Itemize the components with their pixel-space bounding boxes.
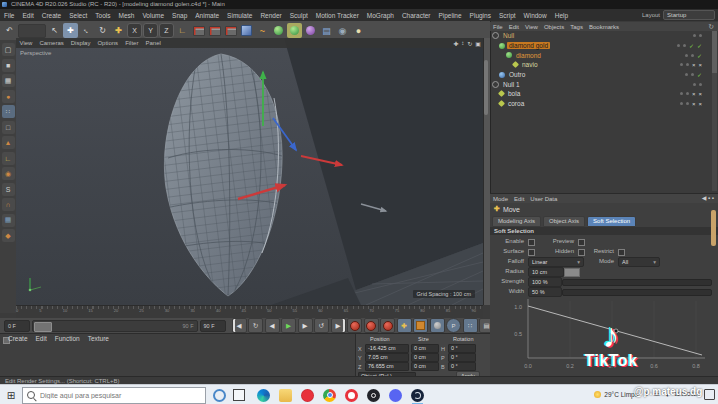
menu-pipeline[interactable]: Pipeline <box>434 12 465 19</box>
object-row-bola[interactable]: bola×× <box>490 89 712 99</box>
transport-goto-start[interactable]: ◀ <box>232 318 247 333</box>
object-row-null[interactable]: Null <box>490 31 712 41</box>
toolbar-add-generator[interactable] <box>287 23 302 38</box>
menu-mograph[interactable]: MoGraph <box>363 12 398 19</box>
palette-magnet-tool[interactable]: ∩ <box>2 198 15 211</box>
dot-tag[interactable] <box>691 54 694 57</box>
toolbar-add-camera[interactable]: ◉ <box>335 23 350 38</box>
viewport-nav-zoom-view[interactable]: ↕ <box>461 40 464 46</box>
palette-polygons-mode[interactable]: ▲ <box>2 136 15 149</box>
dot-tag[interactable] <box>677 44 680 47</box>
palette-enable-axis[interactable]: ∟ <box>2 152 15 165</box>
preview-checkbox[interactable] <box>578 239 585 246</box>
viewport-menu-filter[interactable]: Filter <box>122 40 142 46</box>
palette-make-editable[interactable]: ▢ <box>2 43 15 56</box>
toolbar-rotate-tool[interactable]: ↻ <box>95 23 110 38</box>
coord-x-position[interactable]: -16.425 cm <box>365 344 409 353</box>
object-name[interactable]: navio <box>520 61 540 68</box>
search-input[interactable] <box>38 391 192 400</box>
am-menu-user-data[interactable]: User Data <box>527 196 560 202</box>
menu-character[interactable]: Character <box>398 12 435 19</box>
am-history-arrows[interactable]: ◀ ▪ ▪ <box>702 194 714 203</box>
transport-key-scale[interactable] <box>413 318 428 333</box>
object-row-outro[interactable]: Outro✓ <box>490 70 712 80</box>
viewport-nav-toggle-view[interactable]: ▣ <box>475 40 481 47</box>
object-name[interactable]: diamond <box>514 52 543 59</box>
om-refresh-icon[interactable]: ↻ <box>708 22 714 31</box>
object-row-coroa[interactable]: coroa×× <box>490 99 712 109</box>
toolbar-live-selection[interactable]: ↖ <box>47 23 62 38</box>
menu-snap[interactable]: Snap <box>168 12 191 19</box>
om-menu-bookmarks[interactable]: Bookmarks <box>586 24 622 30</box>
check-tag[interactable]: ✓ <box>697 71 702 78</box>
timeline-slider[interactable]: 90 F <box>32 320 198 332</box>
coord-z-position[interactable]: 76.655 cm <box>365 362 409 371</box>
menu-sculpt[interactable]: Sculpt <box>286 12 312 19</box>
radius-swatch[interactable] <box>564 268 580 277</box>
dot-tag[interactable] <box>680 102 683 105</box>
om-menu-file[interactable]: File <box>490 24 506 30</box>
object-name[interactable]: Outro <box>507 71 527 78</box>
transport-record-keyframe[interactable] <box>347 318 362 333</box>
taskbar-search[interactable] <box>22 387 206 404</box>
transport-loop-mode[interactable]: ↻ <box>248 318 263 333</box>
toolbar-add-subdivision-surface[interactable] <box>271 23 286 38</box>
tab-modeling-axis[interactable]: Modeling Axis <box>492 216 541 227</box>
toolbar-tool-slot[interactable] <box>18 24 46 38</box>
menu-help[interactable]: Help <box>551 12 572 19</box>
dot-tag[interactable] <box>686 102 689 105</box>
menu-edit[interactable]: Edit <box>18 12 37 19</box>
menu-select[interactable]: Select <box>65 12 91 19</box>
tab-object-axis[interactable]: Object Axis <box>543 216 585 227</box>
dot-tag[interactable] <box>685 54 688 57</box>
strength-field[interactable]: 100 % <box>528 277 562 287</box>
viewport-menu-display[interactable]: Display <box>67 40 94 46</box>
cross-tag[interactable]: × <box>692 91 696 97</box>
palette-texture-mode[interactable]: ▦ <box>2 74 15 87</box>
object-row-diamond[interactable]: diamond✓ <box>490 50 712 60</box>
transport-autokeying[interactable] <box>364 318 379 333</box>
toolbar-render-picture-viewer[interactable] <box>207 23 222 38</box>
om-menu-tags[interactable]: Tags <box>567 24 586 30</box>
material-menu-function[interactable]: Function <box>51 335 84 342</box>
coord-z-size[interactable]: 0 cm <box>411 362 439 371</box>
transport-key-parameter[interactable]: P <box>446 318 461 333</box>
transport-key-point-level[interactable]: ∷ <box>463 318 478 333</box>
surface-checkbox[interactable] <box>528 249 535 256</box>
palette-viewport-solo[interactable]: ◉ <box>2 167 15 180</box>
enable-checkbox[interactable] <box>528 239 535 246</box>
menu-simulate[interactable]: Simulate <box>223 12 256 19</box>
transport-goto-end[interactable]: ▶ <box>331 318 346 333</box>
object-row-diamond-gold[interactable]: diamond gold✓✓ <box>490 41 712 51</box>
cross-tag[interactable]: × <box>692 101 696 107</box>
om-menu-edit[interactable]: Edit <box>506 24 522 30</box>
menu-script[interactable]: Script <box>495 12 520 19</box>
dot-tag[interactable] <box>683 44 686 47</box>
dot-tag[interactable] <box>693 34 696 37</box>
menu-volume[interactable]: Volume <box>138 12 168 19</box>
frame-end-field[interactable]: 90 F <box>200 320 226 332</box>
toolbar-add-light[interactable]: ● <box>351 23 366 38</box>
object-name[interactable]: Null 1 <box>501 81 522 88</box>
viewport-nav-rotate-view[interactable]: ↻ <box>467 40 472 47</box>
toolbar-add-spline[interactable]: ~ <box>255 23 270 38</box>
menu-tools[interactable]: Tools <box>91 12 114 19</box>
panel-side-tab[interactable] <box>711 210 716 246</box>
cortana-button[interactable] <box>213 389 226 402</box>
toolbar-lock-z-axis[interactable]: Z <box>159 23 174 38</box>
menu-window[interactable]: Window <box>520 12 551 19</box>
toolbar-add-floor[interactable]: ▤ <box>319 23 334 38</box>
viewport-nav-pan-view[interactable]: ✚ <box>453 40 458 47</box>
menu-mesh[interactable]: Mesh <box>114 12 138 19</box>
toolbar-last-tool[interactable]: ✚ <box>111 23 126 38</box>
coord-y-size[interactable]: 0 cm <box>411 353 439 362</box>
toolbar-lock-x-axis[interactable]: X <box>127 23 142 38</box>
check-tag[interactable]: ✓ <box>689 42 694 49</box>
toolbar-render-settings[interactable] <box>223 23 238 38</box>
coord-p-rotation[interactable]: 0 ° <box>448 353 476 362</box>
material-menu-create[interactable]: Create <box>4 335 32 342</box>
viewport-menu-panel[interactable]: Panel <box>142 40 164 46</box>
taskbar-app-chrome[interactable] <box>323 389 336 402</box>
falloff-dropdown[interactable]: Linear <box>528 257 584 267</box>
object-row-null-1[interactable]: Null 1 <box>490 79 712 89</box>
